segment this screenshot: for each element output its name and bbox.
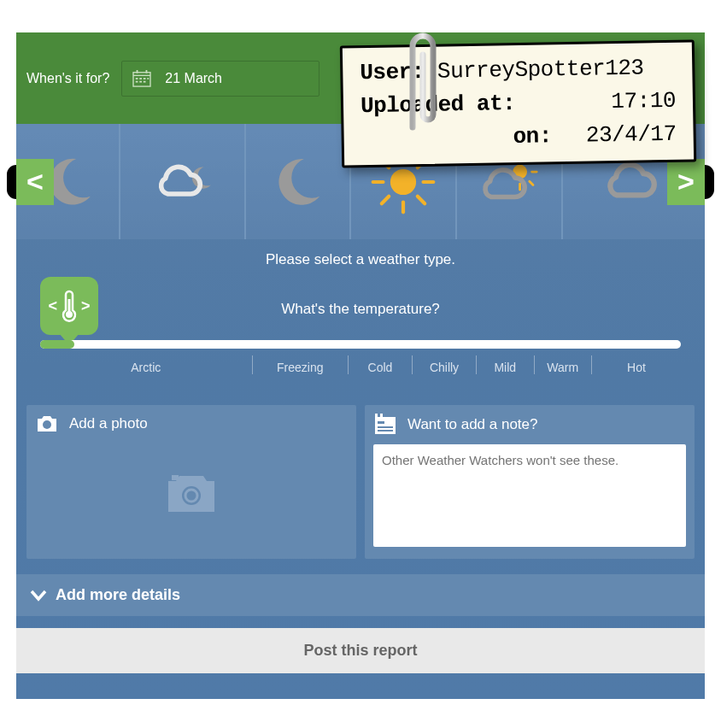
notepad-icon — [373, 414, 397, 436]
temp-tick: Arctic — [40, 355, 252, 374]
temperature-question: What's the temperature? — [40, 277, 681, 333]
temp-tick: Hot — [591, 355, 681, 374]
temperature-slider-track[interactable] — [40, 340, 681, 349]
weather-prompt: Please select a weather type. — [16, 239, 705, 277]
camera-placeholder-icon — [165, 473, 218, 515]
svg-line-24 — [530, 181, 533, 185]
add-more-details-toggle[interactable]: Add more details — [16, 574, 705, 616]
carousel-prev-button[interactable]: < — [16, 159, 54, 205]
svg-rect-37 — [378, 430, 393, 432]
chevron-left-icon: < — [48, 297, 57, 315]
add-note-card: Want to add a note? — [365, 405, 695, 559]
svg-rect-6 — [144, 78, 146, 79]
cloud-moon-icon — [147, 146, 219, 218]
temperature-slider-fill — [40, 340, 74, 349]
thermometer-icon — [61, 289, 78, 323]
temperature-section: < > What's the temperature? Arctic Freez… — [16, 277, 705, 395]
svg-rect-8 — [136, 80, 138, 82]
svg-rect-4 — [136, 78, 138, 79]
svg-rect-5 — [140, 78, 143, 79]
svg-rect-9 — [140, 80, 143, 82]
add-photo-title: Add a photo — [69, 415, 148, 432]
temp-tick: Cold — [348, 355, 412, 374]
date-picker[interactable]: 21 March — [121, 61, 319, 97]
user-value: SurreySpotter123 — [437, 55, 644, 84]
paperclip-icon — [397, 21, 448, 140]
chevron-down-icon — [30, 590, 47, 602]
svg-rect-7 — [148, 78, 149, 79]
date-label: When's it for? — [26, 71, 109, 86]
temp-tick: Warm — [534, 355, 592, 374]
post-wrap: Post this report — [16, 616, 705, 673]
svg-rect-10 — [144, 80, 146, 82]
svg-line-17 — [418, 196, 425, 203]
temp-tick: Freezing — [252, 355, 349, 374]
uploaded-at-value: 17:10 — [611, 85, 676, 119]
post-report-button[interactable]: Post this report — [16, 628, 705, 673]
svg-rect-35 — [378, 421, 384, 424]
uploaded-on-label: on: — [513, 120, 586, 154]
add-note-title: Want to add a note? — [407, 416, 537, 433]
svg-line-19 — [382, 196, 389, 203]
weather-option-clear-night[interactable] — [246, 124, 350, 239]
add-more-label: Add more details — [56, 586, 180, 604]
temperature-slider-handle[interactable]: < > — [40, 277, 98, 335]
date-value: 21 March — [165, 71, 222, 86]
svg-point-11 — [390, 168, 416, 194]
note-textarea[interactable] — [373, 444, 686, 547]
carousel-next-button[interactable]: > — [667, 159, 705, 205]
svg-rect-36 — [378, 426, 393, 428]
photo-note-row: Add a photo Want to add a note? — [16, 395, 705, 569]
uploaded-on-value: 23/4/17 — [586, 118, 677, 153]
svg-rect-27 — [68, 299, 71, 314]
camera-icon — [35, 414, 59, 434]
temp-tick: Mild — [476, 355, 534, 374]
temp-tick: Chilly — [412, 355, 476, 374]
svg-rect-31 — [172, 475, 179, 480]
calendar-icon — [132, 70, 151, 87]
svg-rect-34 — [380, 414, 383, 419]
photo-drop-zone[interactable] — [35, 443, 348, 545]
svg-point-28 — [43, 420, 51, 429]
temperature-scale: Arctic Freezing Cold Chilly Mild Warm Ho… — [40, 355, 681, 374]
weather-option-cloudy-night[interactable] — [120, 124, 246, 239]
crescent-moon-icon — [262, 146, 334, 218]
add-photo-card[interactable]: Add a photo — [26, 405, 356, 559]
chevron-right-icon: > — [81, 297, 91, 315]
svg-rect-33 — [375, 414, 378, 419]
upload-metadata-note: User: SurreySpotter123 Uploaded at:17:10… — [340, 39, 696, 167]
